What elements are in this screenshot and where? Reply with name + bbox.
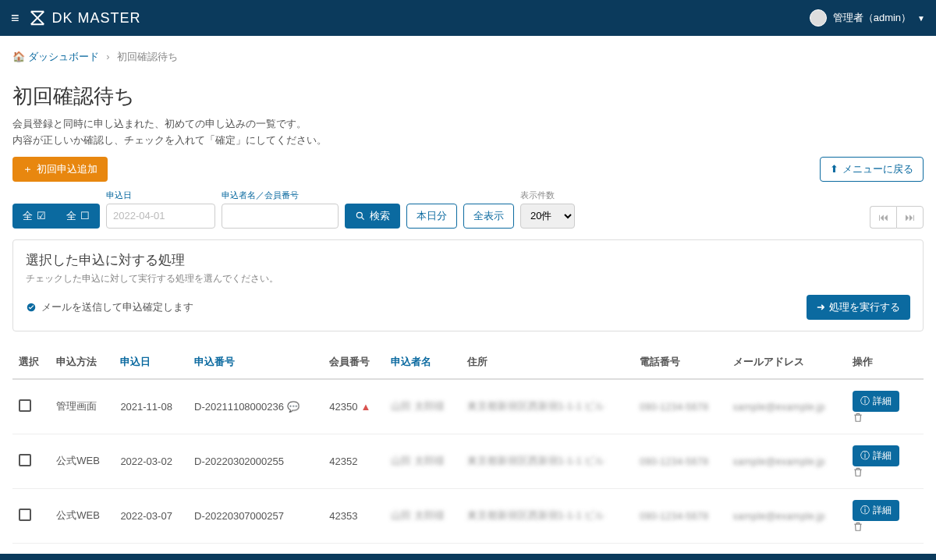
back-menu-button[interactable]: ⬆ メニューに戻る [820, 157, 924, 182]
back-menu-label: メニューに戻る [842, 162, 913, 176]
cell-email: sample@example.jp [727, 434, 847, 488]
cell-name: 山田 太郎様 [385, 379, 460, 434]
th-email: メールアドレス [727, 346, 847, 379]
row-checkbox[interactable] [19, 454, 31, 466]
table-row: 管理画面 2021-11-08 D-20211108000236💬 42350▲… [12, 379, 924, 434]
name-label: 申込者名／会員番号 [222, 190, 339, 201]
table-row: 公式WEB 2022-03-07 D-20220307000257 42353 … [12, 488, 924, 543]
comment-icon[interactable]: 💬 [287, 401, 300, 413]
cell-method: 公式WEB [50, 488, 114, 543]
delete-button[interactable] [853, 466, 917, 477]
cell-name: 山田 太郎様 [385, 488, 460, 543]
cell-member: 42352 [323, 434, 385, 488]
breadcrumb-sep: › [106, 51, 109, 62]
date-label: 申込日 [106, 190, 215, 201]
cell-number: D-20211108000236💬 [188, 379, 323, 434]
info-icon: ⓘ [860, 449, 870, 463]
user-label: 管理者（admin） [833, 11, 911, 25]
cell-method: 管理画面 [50, 379, 114, 434]
cell-date: 2022-03-02 [114, 434, 188, 488]
cell-number: D-20220302000255 [188, 434, 323, 488]
select-all-on-button[interactable]: 全 ☑ [12, 204, 56, 229]
info-icon: ⓘ [860, 504, 870, 517]
search-label: 検索 [370, 209, 390, 223]
desc-line2: 内容が正しいか確認し、チェックを入れて「確定」にしてください。 [12, 134, 327, 146]
info-icon: ⓘ [860, 395, 870, 408]
home-icon: 🏠 [12, 51, 25, 62]
page-desc: 会員登録と同時に申し込まれた、初めての申し込みの一覧です。 内容が正しいか確認し… [12, 116, 924, 149]
pager-last[interactable]: ⏭ [896, 206, 924, 229]
cell-action: ⓘ 詳細 [846, 488, 924, 543]
topbar: ≡ DK MASTER 管理者（admin） ▼ [0, 0, 936, 36]
action-option[interactable]: メールを送信して申込確定します [26, 300, 193, 314]
brand-icon [29, 9, 46, 27]
svg-line-1 [362, 217, 364, 219]
cell-email: sample@example.jp [727, 379, 847, 434]
th-method: 申込方法 [50, 346, 114, 379]
th-phone: 電話番号 [633, 346, 727, 379]
select-all-off-button[interactable]: 全 ☐ [56, 204, 100, 229]
check-circle-icon [26, 302, 37, 313]
cell-date: 2022-03-07 [114, 488, 188, 543]
th-address: 住所 [461, 346, 633, 379]
show-all-button[interactable]: 全表示 [463, 204, 514, 229]
brand-logo[interactable]: DK MASTER [29, 9, 141, 27]
trash-icon [853, 412, 863, 423]
bottombar [0, 554, 936, 560]
count-select[interactable]: 20件 [520, 204, 575, 229]
search-icon [355, 211, 366, 222]
breadcrumb-current: 初回確認待ち [117, 51, 178, 62]
cell-email: sample@example.jp [727, 488, 847, 543]
name-input[interactable] [222, 204, 339, 229]
plus-icon: ＋ [23, 162, 33, 176]
date-input[interactable] [106, 204, 215, 229]
trash-icon [853, 521, 863, 532]
avatar [810, 9, 827, 27]
delete-button[interactable] [853, 412, 917, 423]
desc-line1: 会員登録と同時に申し込まれた、初めての申し込みの一覧です。 [12, 118, 307, 129]
menu-toggle[interactable]: ≡ [11, 10, 20, 27]
brand-text: DK MASTER [52, 10, 141, 27]
add-first-label: 初回申込追加 [37, 162, 98, 176]
cell-address: 東京都新宿区西新宿1-1-1 ビル [461, 379, 633, 434]
today-button[interactable]: 本日分 [406, 204, 457, 229]
action-box: 選択した申込に対する処理 チェックした申込に対して実行する処理を選んでください。… [12, 239, 924, 331]
cell-name: 山田 太郎様 [385, 434, 460, 488]
search-button[interactable]: 検索 [345, 204, 400, 229]
execute-label: 処理を実行する [829, 300, 900, 314]
breadcrumb: 🏠 ダッシュボード › 初回確認待ち [12, 44, 924, 70]
cell-date: 2021-11-08 [114, 379, 188, 434]
breadcrumb-home[interactable]: ダッシュボード [28, 51, 99, 62]
row-checkbox[interactable] [19, 399, 31, 412]
cell-phone: 090-1234-5678 [633, 434, 727, 488]
page-title: 初回確認待ち [12, 83, 924, 110]
table-row: 公式WEB 2022-03-02 D-20220302000255 42352 … [12, 434, 924, 488]
svg-point-0 [356, 212, 362, 218]
cell-phone: 090-1234-5678 [633, 488, 727, 543]
detail-button[interactable]: ⓘ 詳細 [853, 445, 899, 466]
execute-button[interactable]: ➜ 処理を実行する [807, 295, 910, 320]
arrow-up-icon: ⬆ [830, 163, 838, 175]
delete-button[interactable] [853, 521, 917, 532]
pager-first[interactable]: ⏮ [870, 206, 896, 229]
th-date[interactable]: 申込日 [114, 346, 188, 379]
th-number[interactable]: 申込番号 [188, 346, 323, 379]
th-action: 操作 [846, 346, 924, 379]
data-table: 選択 申込方法 申込日 申込番号 会員番号 申込者名 住所 電話番号 メールアド… [12, 346, 924, 560]
cell-action: ⓘ 詳細 [846, 434, 924, 488]
arrow-right-icon: ➜ [817, 301, 825, 313]
th-name[interactable]: 申込者名 [385, 346, 460, 379]
user-menu[interactable]: 管理者（admin） ▼ [810, 9, 925, 27]
th-select: 選択 [12, 346, 50, 379]
action-desc: チェックした申込に対して実行する処理を選んでください。 [26, 272, 910, 285]
add-first-button[interactable]: ＋ 初回申込追加 [12, 157, 108, 182]
detail-button[interactable]: ⓘ 詳細 [853, 391, 899, 412]
cell-phone: 090-1234-5678 [633, 379, 727, 434]
action-title: 選択した申込に対する処理 [26, 251, 910, 269]
cell-address: 東京都新宿区西新宿1-1-1 ビル [461, 434, 633, 488]
detail-button[interactable]: ⓘ 詳細 [853, 500, 899, 521]
cell-action: ⓘ 詳細 [846, 379, 924, 434]
row-checkbox[interactable] [19, 509, 31, 521]
cell-address: 東京都新宿区西新宿1-1-1 ビル [461, 488, 633, 543]
warning-icon: ▲ [360, 401, 370, 413]
